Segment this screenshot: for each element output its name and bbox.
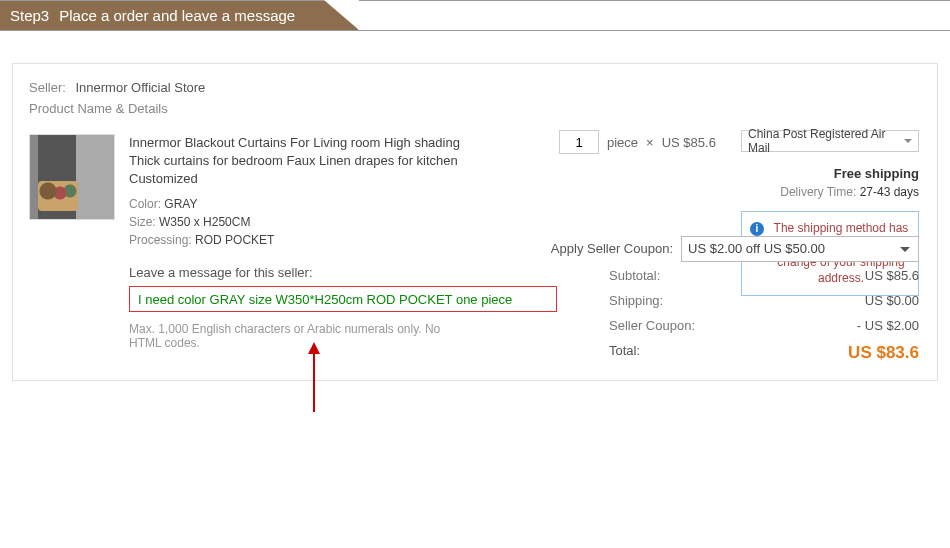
processing-label: Processing:	[129, 233, 192, 247]
step-title: Place a order and leave a message	[59, 7, 295, 24]
quantity-unit: piece	[607, 135, 638, 150]
delivery-label: Delivery Time:	[780, 185, 856, 199]
coupon-label: Apply Seller Coupon:	[551, 241, 673, 256]
total-value: US $83.6	[848, 343, 919, 363]
color-label: Color:	[129, 197, 161, 211]
coupon-discount-label: Seller Coupon:	[609, 318, 695, 333]
size-label: Size:	[129, 215, 156, 229]
total-label: Total:	[609, 343, 640, 363]
seller-name: Innermor Official Store	[75, 80, 205, 95]
shipping-cost-label: Shipping:	[609, 293, 663, 308]
info-icon: i	[750, 222, 764, 236]
quantity-input[interactable]	[559, 130, 599, 154]
coupon-discount-value: - US $2.00	[857, 318, 919, 333]
step-number: Step3	[10, 7, 49, 24]
shipping-method-select[interactable]: China Post Registered Air Mail	[741, 130, 919, 152]
message-hint: Max. 1,000 English characters or Arabic …	[129, 322, 469, 350]
product-thumbnail	[29, 134, 115, 220]
unit-price: US $85.6	[662, 135, 716, 150]
order-panel: Seller: Innermor Official Store Product …	[12, 63, 938, 381]
shipping-method-value: China Post Registered Air Mail	[748, 127, 896, 155]
subtotal-label: Subtotal:	[609, 268, 660, 283]
size-value: W350 x H250CM	[159, 215, 250, 229]
annotation-arrow-icon	[306, 342, 322, 412]
message-label: Leave a message for this seller:	[129, 265, 469, 280]
quantity-times: ×	[646, 135, 654, 150]
message-input[interactable]: I need color GRAY size W350*H250cm ROD P…	[129, 286, 557, 312]
color-value: GRAY	[164, 197, 197, 211]
subtotal-value: US $85.6	[865, 268, 919, 283]
product-name-label: Product Name & Details	[29, 101, 921, 116]
processing-value: ROD POCKET	[195, 233, 274, 247]
delivery-days: 27-43 days	[860, 185, 919, 199]
shipping-cost-value: US $0.00	[865, 293, 919, 308]
totals-block: Subtotal:US $85.6 Shipping:US $0.00 Sell…	[609, 263, 919, 368]
seller-label: Seller:	[29, 80, 66, 95]
product-title: Innermor Blackout Curtains For Living ro…	[129, 134, 469, 189]
free-shipping-label: Free shipping	[559, 166, 919, 181]
coupon-value: US $2.00 off US $50.00	[688, 241, 825, 256]
coupon-select[interactable]: US $2.00 off US $50.00	[681, 236, 919, 262]
